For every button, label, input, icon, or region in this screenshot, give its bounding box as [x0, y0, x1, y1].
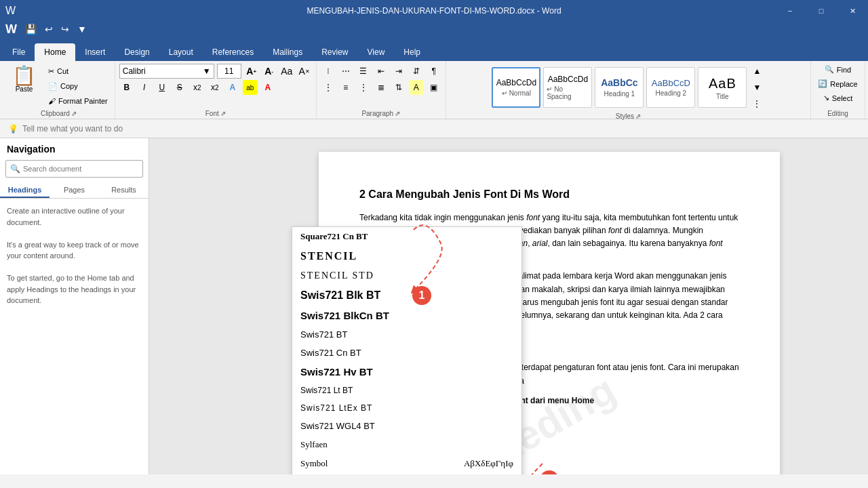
font-item-sylfaen[interactable]: Sylfaen — [292, 435, 521, 454]
bold-button[interactable]: B — [119, 80, 134, 95]
style-heading2[interactable]: AaBbCcD Heading 2 — [646, 67, 695, 108]
style-normal[interactable]: AaBbCcDd ↵ Normal — [492, 67, 540, 108]
line-spacing-button[interactable]: ⇅ — [391, 80, 406, 95]
tab-file[interactable]: File — [3, 43, 35, 61]
underline-button[interactable]: U — [155, 80, 170, 95]
paragraph-row2: ⋮ ≡ ⋮ ≣ ⇅ A ▣ — [321, 80, 441, 95]
clipboard-expand-icon[interactable]: ⇗ — [71, 110, 77, 117]
paste-button[interactable]: 📋 Paste — [7, 64, 41, 108]
font-item-tahoma[interactable]: Tahoma — [292, 473, 521, 474]
document-area: Square721 Cn BT STENCIL STENCIL STD Swis… — [149, 138, 868, 474]
close-button[interactable]: ✕ — [837, 0, 868, 22]
styles-expand-icon[interactable]: ⇗ — [635, 113, 641, 120]
border-button[interactable]: ▣ — [427, 80, 441, 95]
format-painter-label: Format Painter — [58, 97, 108, 105]
style-title[interactable]: AaB Title — [698, 67, 747, 108]
tab-mailings[interactable]: Mailings — [263, 43, 312, 61]
document-title: MENGUBAH-JENIS-DAN-UKURAN-FONT-DI-MS-WOR… — [307, 6, 561, 16]
style-heading1-preview: AaBbCc — [601, 77, 637, 89]
copy-label: Copy — [60, 82, 78, 90]
tab-references[interactable]: References — [203, 43, 263, 61]
tab-insert[interactable]: Insert — [75, 43, 115, 61]
tab-home[interactable]: Home — [35, 43, 75, 61]
find-button[interactable]: 🔍 Find — [822, 64, 854, 75]
copy-button[interactable]: 📄 Copy — [45, 81, 111, 92]
font-family-selector[interactable]: Calibri ▼ — [119, 64, 214, 79]
nav-tab-pages[interactable]: Pages — [50, 183, 99, 198]
align-left-button[interactable]: ⋮ — [321, 80, 336, 95]
justify-button[interactable]: ≣ — [374, 80, 389, 95]
font-size-selector[interactable]: 11 — [217, 64, 241, 79]
save-button[interactable]: 💾 — [22, 24, 39, 35]
font-item-swis721blkbt[interactable]: Swis721 Blk BT — [292, 285, 521, 306]
font-item-square721cnbt[interactable]: Square721 Cn BT — [292, 227, 521, 246]
shading-button[interactable]: A — [409, 80, 424, 95]
styles-expand[interactable]: ⋮ — [749, 96, 764, 111]
replace-button[interactable]: 🔄 Replace — [815, 78, 860, 89]
clipboard-label: Clipboard ⇗ — [41, 108, 77, 117]
styles-scroll-down[interactable]: ▼ — [749, 80, 764, 95]
font-item-swis721ltbt[interactable]: Swis721 Lt BT — [292, 382, 521, 399]
font-color-button[interactable]: A — [260, 80, 275, 95]
bullets-button[interactable]: ⁝ — [321, 64, 336, 79]
decrease-indent-button[interactable]: ⇤ — [374, 64, 389, 79]
increase-indent-button[interactable]: ⇥ — [391, 64, 406, 79]
numbering-button[interactable]: ⋯ — [338, 64, 353, 79]
multilevel-list-button[interactable]: ☰ — [356, 64, 371, 79]
font-item-stencil[interactable]: STENCIL — [292, 246, 521, 266]
search-input[interactable] — [23, 165, 138, 173]
font-item-swis721cnbt[interactable]: Swis721 Cn BT — [292, 344, 521, 362]
decrease-font-button[interactable]: A- — [262, 64, 277, 79]
maximize-button[interactable]: □ — [806, 0, 837, 22]
font-expand-icon[interactable]: ⇗ — [220, 110, 226, 117]
align-center-button[interactable]: ≡ — [338, 80, 353, 95]
styles-scroll-up[interactable]: ▲ — [749, 64, 764, 79]
paragraph-group: ⁝ ⋯ ☰ ⇤ ⇥ ⇵ ¶ ⋮ ≡ ⋮ ≣ ⇅ A ▣ Paragraph ⇗ — [317, 61, 446, 119]
strikethrough-button[interactable]: S — [172, 80, 187, 95]
format-painter-button[interactable]: 🖌 Format Painter — [45, 96, 111, 106]
italic-button[interactable]: I — [137, 80, 152, 95]
redo-button[interactable]: ↪ — [58, 24, 72, 35]
tell-me-input[interactable] — [22, 124, 226, 134]
title-bar: W MENGUBAH-JENIS-DAN-UKURAN-FONT-DI-MS-W… — [0, 0, 868, 22]
font-item-swis721hvbt[interactable]: Swis721 Hv BT — [292, 362, 521, 382]
font-item-stencil-std[interactable]: STENCIL STD — [292, 266, 521, 285]
change-case-button[interactable]: Aa — [279, 64, 294, 79]
style-normal-label: ↵ Normal — [502, 89, 531, 97]
increase-font-button[interactable]: A+ — [244, 64, 259, 79]
align-right-button[interactable]: ⋮ — [356, 80, 371, 95]
font-item-swis721bt[interactable]: Swis721 BT — [292, 325, 521, 344]
style-no-spacing-label: ↵ No Spacing — [547, 85, 589, 100]
paragraph-expand-icon[interactable]: ⇗ — [395, 110, 400, 117]
font-item-swis721wgl4bt[interactable]: Swis721 WGL4 BT — [292, 417, 521, 435]
style-heading1[interactable]: AaBbCc Heading 1 — [595, 67, 644, 108]
font-dropdown[interactable]: Square721 Cn BT STENCIL STENCIL STD Swis… — [292, 226, 522, 474]
select-button[interactable]: ↘ Select — [821, 92, 856, 104]
nav-tab-results[interactable]: Results — [99, 183, 149, 198]
show-formatting-button[interactable]: ¶ — [427, 64, 441, 79]
tab-layout[interactable]: Layout — [159, 43, 203, 61]
superscript-button[interactable]: x2 — [208, 80, 222, 95]
subscript-button[interactable]: x2 — [190, 80, 205, 95]
style-title-preview: AaB — [709, 75, 736, 92]
minimize-button[interactable]: − — [774, 0, 806, 22]
tab-review[interactable]: Review — [312, 43, 357, 61]
tab-help[interactable]: Help — [394, 43, 430, 61]
nav-tab-headings[interactable]: Headings — [0, 183, 50, 198]
tab-design[interactable]: Design — [115, 43, 159, 61]
sort-button[interactable]: ⇵ — [409, 64, 424, 79]
tab-view[interactable]: View — [358, 43, 395, 61]
text-highlight-button[interactable]: ab — [243, 80, 258, 95]
cut-button[interactable]: ✂ Cut — [45, 66, 111, 77]
navigation-search-box[interactable]: 🔍 — [5, 160, 143, 178]
undo-button[interactable]: ↩ — [42, 24, 56, 35]
text-effects-button[interactable]: A — [225, 80, 240, 95]
document-heading: 2 Cara Mengubah Jenis Font Di Ms Word — [359, 186, 739, 203]
font-item-symbol[interactable]: Symbol ΑβΧδΕφΓηΙφ — [292, 454, 521, 473]
style-heading1-label: Heading 1 — [604, 90, 635, 98]
customize-quick-access-button[interactable]: ▼ — [75, 24, 90, 35]
style-no-spacing[interactable]: AaBbCcDd ↵ No Spacing — [543, 67, 592, 108]
font-item-swis721ltexbt[interactable]: Swis721 LtEx BT — [292, 399, 521, 417]
clear-formatting-button[interactable]: A✕ — [297, 64, 312, 79]
font-item-swis721blkcnbt[interactable]: Swis721 BlkCn BT — [292, 306, 521, 325]
